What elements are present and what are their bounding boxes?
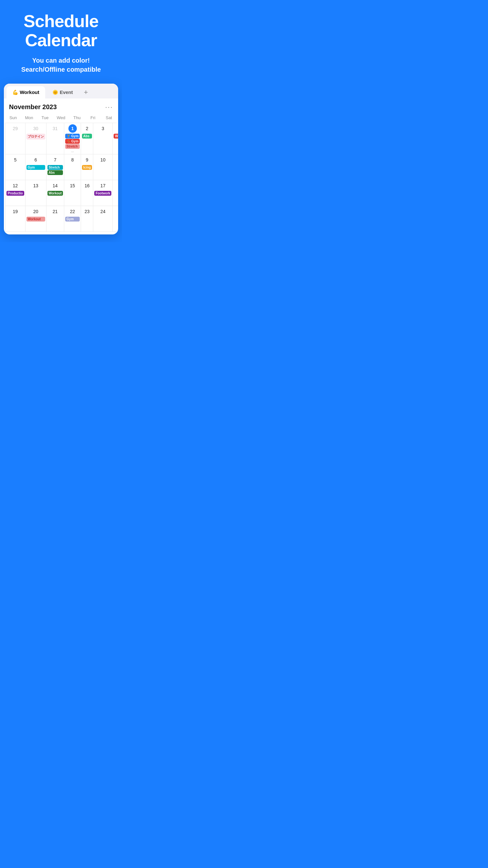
table-row[interactable]: 3 [93, 123, 112, 154]
date-21: 21 [51, 207, 59, 216]
table-row[interactable]: 20 Workout [26, 206, 46, 232]
event-footwork-17: Footwork [94, 191, 111, 196]
date-7: 7 [51, 156, 59, 164]
date-19: 19 [11, 207, 20, 216]
table-row[interactable]: 19 [5, 206, 26, 232]
date-8: 8 [68, 156, 77, 164]
day-header-thu: Thu [69, 114, 85, 123]
table-row[interactable]: 2 Abs [81, 123, 93, 154]
calendar-card: 💪 Workout 🌞 Event + November 2023 ··· Su… [4, 84, 118, 235]
hero-title: ScheduleCalendar [6, 11, 116, 50]
date-2: 2 [83, 124, 91, 133]
table-row[interactable]: 5 [5, 154, 26, 180]
date-20: 20 [32, 207, 40, 216]
event-stretch-7: Stretch [47, 165, 63, 170]
table-row[interactable]: 24 [93, 206, 112, 232]
event-abs-1: Abs [82, 134, 92, 138]
table-row[interactable]: 18 [112, 180, 118, 206]
tab-event[interactable]: 🌞 Event [46, 86, 79, 98]
event-stretch-1: Stretch [65, 144, 80, 149]
day-headers-row: Sun Mon Tue Wed Thu Fri Sat [4, 114, 118, 123]
date-12: 12 [11, 182, 20, 190]
date-5: 5 [11, 156, 20, 164]
date-10: 10 [99, 156, 107, 164]
date-1: 1 [68, 124, 77, 133]
table-row[interactable]: 7 Stretch Abs [46, 154, 64, 180]
add-tab-button[interactable]: + [82, 88, 91, 97]
date-24: 24 [99, 207, 107, 216]
event-workout-4: Workout [113, 134, 118, 138]
date-29: 29 [11, 124, 20, 133]
date-16: 16 [83, 182, 91, 190]
date-18: 18 [118, 182, 118, 190]
calendar-month-label: November 2023 [9, 103, 57, 111]
date-11: 11 [118, 156, 118, 164]
table-row[interactable]: 31 [46, 123, 64, 154]
event-workout-20: Workout [27, 217, 45, 221]
event-abs-7: Abs [47, 170, 63, 175]
table-row[interactable]: 1 🏋 Gym 🤸 Gym Stretch ... [64, 123, 81, 154]
event-icing-9: Icing [82, 165, 92, 170]
event-protein: プロテイン [27, 134, 45, 140]
table-row[interactable]: 11 [112, 154, 118, 180]
calendar-grid: 29 30 プロテイン 31 1 🏋 Gym 🤸 Gym Stretch ...… [5, 123, 117, 232]
table-row[interactable]: 22 Gym [64, 206, 81, 232]
date-15: 15 [68, 182, 77, 190]
day-header-sun: Sun [5, 114, 21, 123]
day-header-tue: Tue [37, 114, 53, 123]
day-header-mon: Mon [21, 114, 37, 123]
hero-subtitle: You can add color!Search/Offline compati… [6, 56, 116, 74]
date-14: 14 [51, 182, 59, 190]
date-22: 22 [68, 207, 77, 216]
tab-workout[interactable]: 💪 Workout [6, 86, 45, 98]
table-row[interactable]: 13 [26, 180, 46, 206]
calendar-header: November 2023 ··· [4, 98, 118, 114]
table-row[interactable]: 6 Gym [26, 154, 46, 180]
event-gym-6: Gym [27, 165, 45, 170]
event-gym-22: Gym [65, 217, 80, 221]
date-25: 25 [118, 207, 118, 216]
event-more-indicator: ... [65, 149, 80, 153]
table-row[interactable]: 17 Footwork [93, 180, 112, 206]
day-header-wed: Wed [53, 114, 69, 123]
date-3: 3 [99, 124, 107, 133]
date-23: 23 [83, 207, 91, 216]
date-4: 4 [118, 124, 118, 133]
event-workout-14: Workout [47, 191, 63, 196]
table-row[interactable]: 29 [5, 123, 26, 154]
day-header-sat: Sat [101, 114, 117, 123]
tab-bar: 💪 Workout 🌞 Event + [4, 84, 118, 98]
table-row[interactable]: 8 [64, 154, 81, 180]
hero-section: ScheduleCalendar You can add color!Searc… [0, 0, 122, 84]
table-row[interactable]: 4 Workout [112, 123, 118, 154]
event-gym-2: 🤸 Gym [65, 139, 80, 144]
table-row[interactable]: 23 [81, 206, 93, 232]
table-row[interactable]: 14 Workout [46, 180, 64, 206]
table-row[interactable]: 25 [112, 206, 118, 232]
day-header-fri: Fri [85, 114, 101, 123]
table-row[interactable]: 16 [81, 180, 93, 206]
table-row[interactable]: 21 [46, 206, 64, 232]
table-row[interactable]: 30 プロテイン [26, 123, 46, 154]
date-17: 17 [99, 182, 107, 190]
date-9: 9 [83, 156, 91, 164]
date-13: 13 [32, 182, 40, 190]
event-gym-1: 🏋 Gym [65, 134, 80, 138]
table-row[interactable]: 15 [64, 180, 81, 206]
date-6: 6 [32, 156, 40, 164]
date-31: 31 [51, 124, 59, 133]
event-production-12: Productio [6, 191, 24, 196]
date-30: 30 [32, 124, 40, 133]
table-row[interactable]: 10 [93, 154, 112, 180]
table-row[interactable]: 9 Icing [81, 154, 93, 180]
table-row[interactable]: 12 Productio [5, 180, 26, 206]
calendar-more-button[interactable]: ··· [105, 103, 113, 112]
